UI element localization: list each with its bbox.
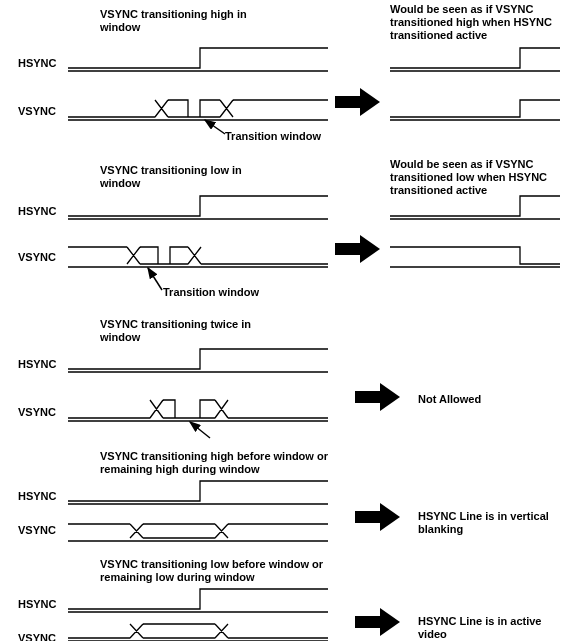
hsync-waveform-3-left	[68, 349, 328, 372]
vsync-waveform-1-right	[390, 100, 560, 120]
vsync-waveform-2-right	[390, 247, 560, 267]
svg-rect-23	[355, 616, 380, 628]
pointer-arrow-3	[190, 422, 210, 438]
svg-marker-20	[380, 503, 400, 531]
hsync-waveform-2-left	[68, 196, 328, 219]
svg-rect-15	[355, 391, 380, 403]
vsync-waveform-1-left	[68, 100, 328, 120]
big-arrow-5	[355, 608, 400, 636]
big-arrow-2	[335, 235, 380, 263]
hsync-waveform-1-left	[68, 48, 328, 71]
vsync-waveform-4	[68, 524, 328, 541]
pointer-arrow-2	[148, 268, 162, 290]
svg-marker-10	[360, 235, 380, 263]
pointer-arrow-1	[205, 120, 225, 134]
svg-rect-19	[355, 511, 380, 523]
svg-marker-4	[360, 88, 380, 116]
big-arrow-4	[355, 503, 400, 531]
hsync-waveform-5	[68, 589, 328, 612]
big-arrow-1	[335, 88, 380, 116]
svg-marker-16	[380, 383, 400, 411]
vsync-waveform-5	[68, 624, 328, 641]
svg-rect-3	[335, 96, 360, 108]
svg-marker-24	[380, 608, 400, 636]
hsync-waveform-4	[68, 481, 328, 504]
timing-diagram-svg	[0, 0, 570, 641]
vsync-waveform-2-left	[68, 247, 328, 267]
svg-rect-9	[335, 243, 360, 255]
big-arrow-3	[355, 383, 400, 411]
vsync-waveform-3-left	[68, 400, 328, 421]
hsync-waveform-1-right	[390, 48, 560, 71]
hsync-waveform-2-right	[390, 196, 560, 219]
